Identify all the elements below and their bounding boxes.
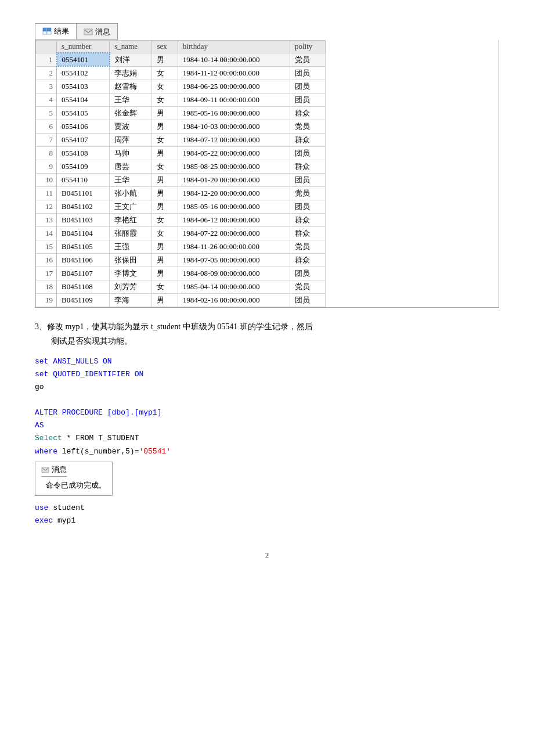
cell-s_name: 周萍 xyxy=(110,133,152,146)
svg-rect-2 xyxy=(43,31,46,34)
cell-birthday: 1984-11-26 00:00:00.000 xyxy=(178,240,290,253)
table-row: 100554110王华男1984-01-20 00:00:00.000团员 xyxy=(36,173,326,186)
cell-s_number: B0451104 xyxy=(57,226,110,240)
svg-rect-3 xyxy=(47,31,51,34)
cell-birthday: 1985-04-14 00:00:00.000 xyxy=(178,280,290,293)
cell-rownum: 13 xyxy=(36,213,57,226)
col-s_number: s_number xyxy=(57,41,110,53)
cell-polity: 党员 xyxy=(290,186,325,200)
cell-s_name: 马帅 xyxy=(110,146,152,160)
cell-rownum: 5 xyxy=(36,106,57,120)
table-row: 18B0451108刘芳芳女1985-04-14 00:00:00.000党员 xyxy=(36,280,326,293)
cell-s_name: 贾波 xyxy=(110,120,152,133)
cell-sex: 男 xyxy=(152,267,178,280)
cell-birthday: 1984-06-12 00:00:00.000 xyxy=(178,213,290,226)
cell-rownum: 2 xyxy=(36,66,57,80)
cell-sex: 女 xyxy=(152,133,178,146)
cell-s_number: B0451101 xyxy=(57,186,110,200)
cell-rownum: 10 xyxy=(36,173,57,186)
table-row: 60554106贾波男1984-10-03 00:00:00.000党员 xyxy=(36,120,326,133)
cell-rownum: 15 xyxy=(36,240,57,253)
msg-tab-label: 消息 xyxy=(52,465,67,475)
result-table: s_number s_name sex birthday polity 1055… xyxy=(35,40,326,307)
cell-birthday: 1984-07-12 00:00:00.000 xyxy=(178,133,290,146)
cell-birthday: 1984-07-22 00:00:00.000 xyxy=(178,226,290,240)
page-number: 2 xyxy=(35,550,499,560)
cell-s_number: B0451108 xyxy=(57,280,110,293)
cell-s_name: 刘芳芳 xyxy=(110,280,152,293)
cell-birthday: 1984-02-16 00:00:00.000 xyxy=(178,293,290,307)
result-table-wrapper: s_number s_name sex birthday polity 1055… xyxy=(35,40,499,308)
msg-tab-icon xyxy=(41,466,49,473)
table-row: 70554107周萍女1984-07-12 00:00:00.000群众 xyxy=(36,133,326,146)
cell-sex: 女 xyxy=(152,160,178,173)
cell-birthday: 1984-09-11 00:00:00.000 xyxy=(178,93,290,106)
table-row: 90554109唐芸女1985-08-25 00:00:00.000群众 xyxy=(36,160,326,173)
cell-sex: 女 xyxy=(152,226,178,240)
cell-rownum: 9 xyxy=(36,160,57,173)
cell-birthday: 1984-06-25 00:00:00.000 xyxy=(178,80,290,93)
result-tabs: 结果 消息 xyxy=(35,23,118,40)
tab-message[interactable]: 消息 xyxy=(77,24,117,39)
cell-s_name: 王文广 xyxy=(110,200,152,213)
cell-birthday: 1984-12-20 00:00:00.000 xyxy=(178,186,290,200)
table-header-row: s_number s_name sex birthday polity xyxy=(36,41,326,53)
cell-polity: 群众 xyxy=(290,213,325,226)
cell-polity: 党员 xyxy=(290,120,325,133)
cell-polity: 党员 xyxy=(290,240,325,253)
code-set-ansi: set ANSI_NULLS ON xyxy=(35,357,112,366)
cell-rownum: 11 xyxy=(36,186,57,200)
cell-s_name: 张丽霞 xyxy=(110,226,152,240)
cell-rownum: 8 xyxy=(36,146,57,160)
cell-s_number: 0554109 xyxy=(57,160,110,173)
code-as: AS xyxy=(35,421,44,430)
cell-s_name: 王华 xyxy=(110,173,152,186)
svg-rect-0 xyxy=(43,28,46,31)
cell-s_number: 0554105 xyxy=(57,106,110,120)
cell-sex: 男 xyxy=(152,173,178,186)
cell-rownum: 18 xyxy=(36,280,57,293)
code-use: use student xyxy=(35,503,85,512)
table-row: 10554101刘洋男1984-10-14 00:00:00.000党员 xyxy=(36,53,326,66)
cell-s_name: 李博文 xyxy=(110,267,152,280)
table-row: 17B0451107李博文男1984-08-09 00:00:00.000团员 xyxy=(36,267,326,280)
cell-sex: 男 xyxy=(152,240,178,253)
cell-s_name: 张金辉 xyxy=(110,106,152,120)
cell-polity: 群众 xyxy=(290,133,325,146)
cell-sex: 女 xyxy=(152,93,178,106)
cell-birthday: 1984-10-14 00:00:00.000 xyxy=(178,53,290,66)
table-row: 12B0451102王文广男1985-05-16 00:00:00.000团员 xyxy=(36,200,326,213)
cell-rownum: 12 xyxy=(36,200,57,213)
cell-birthday: 1984-11-12 00:00:00.000 xyxy=(178,66,290,80)
cell-s_number: 0554108 xyxy=(57,146,110,160)
table-row: 19B0451109李海男1984-02-16 00:00:00.000团员 xyxy=(36,293,326,307)
cell-rownum: 16 xyxy=(36,253,57,267)
cell-rownum: 7 xyxy=(36,133,57,146)
cell-s_name: 李志娟 xyxy=(110,66,152,80)
col-rownum xyxy=(36,41,57,53)
cell-sex: 男 xyxy=(152,186,178,200)
cell-s_number: 0554102 xyxy=(57,66,110,80)
cell-sex: 女 xyxy=(152,66,178,80)
cell-polity: 团员 xyxy=(290,267,325,280)
svg-rect-5 xyxy=(42,467,49,472)
cell-s_number: B0451103 xyxy=(57,213,110,226)
tab-result[interactable]: 结果 xyxy=(35,24,77,39)
code-alter-proc: ALTER PROCEDURE [dbo].[myp1] xyxy=(35,408,161,417)
col-s_name: s_name xyxy=(110,41,152,53)
table-row: 30554103赵雪梅女1984-06-25 00:00:00.000团员 xyxy=(36,80,326,93)
cell-birthday: 1984-10-03 00:00:00.000 xyxy=(178,120,290,133)
code-go: go xyxy=(35,383,44,391)
cell-polity: 群众 xyxy=(290,160,325,173)
cell-s_name: 唐芸 xyxy=(110,160,152,173)
table-row: 14B0451104张丽霞女1984-07-22 00:00:00.000群众 xyxy=(36,226,326,240)
cell-polity: 群众 xyxy=(290,106,325,120)
code-exec-block: use student exec myp1 xyxy=(35,502,499,527)
cell-rownum: 19 xyxy=(36,293,57,307)
cell-birthday: 1985-05-16 00:00:00.000 xyxy=(178,200,290,213)
cell-sex: 女 xyxy=(152,280,178,293)
tab-result-label: 结果 xyxy=(54,26,69,37)
table-row: 20554102李志娟女1984-11-12 00:00:00.000团员 xyxy=(36,66,326,80)
col-birthday: birthday xyxy=(178,41,290,53)
grid-icon xyxy=(42,27,52,35)
